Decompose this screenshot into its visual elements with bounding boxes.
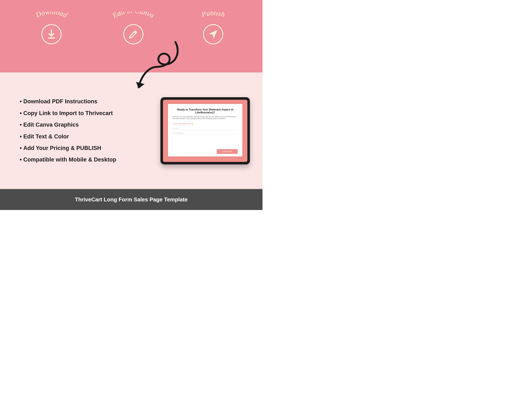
svg-text:Download: Download	[34, 11, 69, 19]
email-field[interactable]: Your email address	[173, 131, 238, 135]
waitlist-card: Ready to Transform Your [Relevant Aspect…	[168, 104, 242, 157]
curly-arrow-icon	[132, 40, 185, 94]
card-heading: Ready to Transform Your [Relevant Aspect…	[173, 108, 238, 114]
list-item: Edit Canva Graphics	[19, 119, 152, 131]
step-download: Download	[29, 11, 74, 44]
step-label-download: Download	[29, 11, 74, 22]
features-section: Download PDF Instructions Copy Link to I…	[0, 73, 262, 189]
step-label-publish: Publish	[193, 11, 233, 22]
list-item: Download PDF Instructions	[19, 96, 152, 107]
svg-text:Edit in Canva: Edit in Canva	[111, 11, 156, 19]
step-label-edit: Edit in Canva	[107, 11, 159, 22]
screen-footer-credit: ✓ Canva	[168, 158, 242, 159]
paper-plane-icon	[203, 24, 223, 44]
footer-bar: ThriveCart Long Form Sales Page Template	[0, 189, 262, 210]
list-item: Add Your Pricing & PUBLISH	[19, 142, 152, 154]
download-icon	[41, 24, 62, 44]
list-item: Compatible with Mobile & Desktop	[19, 154, 152, 166]
tablet-mockup: Ready to Transform Your [Relevant Aspect…	[160, 97, 250, 164]
feature-list: Download PDF Instructions Copy Link to I…	[19, 96, 152, 166]
svg-text:Publish: Publish	[200, 11, 226, 19]
list-item: Copy Link to Import to Thrivecart	[19, 108, 152, 119]
step-publish: Publish	[193, 11, 233, 44]
footer-title: ThriveCart Long Form Sales Page Template	[75, 196, 188, 203]
list-item: Edit Text & Color	[19, 131, 152, 142]
step-edit: Edit in Canva	[107, 11, 159, 44]
card-cta-label: JOIN THE WAITLIST 👇	[173, 123, 238, 125]
tablet-screen: Ready to Transform Your [Relevant Aspect…	[163, 100, 247, 162]
card-subtext: Don't miss out on this opportunity to [s…	[173, 116, 238, 120]
name-field[interactable]: Your name	[173, 126, 238, 130]
hero-steps-section: Download Edit in Canva	[0, 0, 262, 73]
notify-button[interactable]: NOTIFY ME	[217, 149, 238, 154]
